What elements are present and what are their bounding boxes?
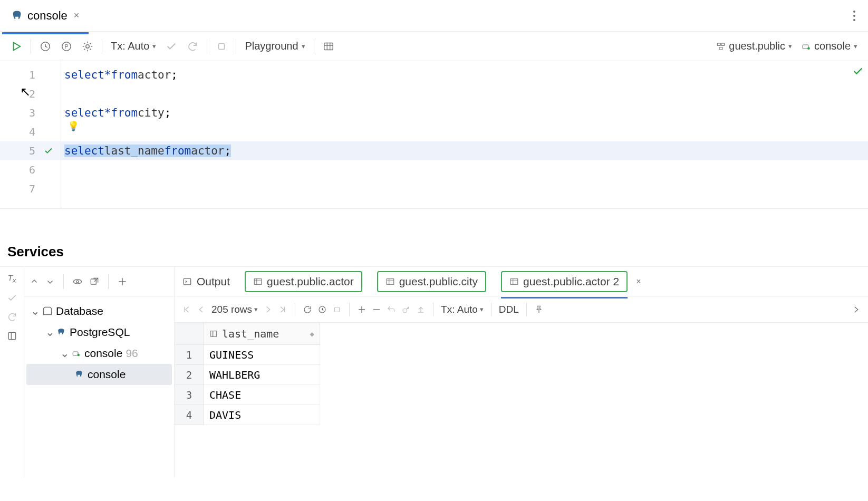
add-icon[interactable] [117,276,128,287]
editor-gutter: 1234567 [0,61,61,208]
check-icon[interactable] [7,293,17,303]
tree-node-database[interactable]: ⌄ Database [26,301,172,322]
close-result-tab-icon[interactable]: × [636,277,641,286]
refresh-icon[interactable] [303,305,312,314]
table-cell[interactable]: WAHLBERG [204,365,320,385]
editor-code[interactable]: 💡 select * from actor;select * from city… [61,61,868,208]
sql-toolbar: P Tx: Auto▾ Playground▾ guest.public▾ co… [0,32,868,61]
expand-right-icon[interactable] [851,305,861,314]
first-page-icon[interactable] [182,305,191,314]
code-line[interactable]: select * from city; [61,103,868,122]
result-table[interactable]: 1234 last_name ◆ GUINESSWAHLBERGCHASEDAV… [175,323,868,425]
result-tx-dropdown[interactable]: Tx: Auto ▾ [441,304,484,315]
inspection-ok-icon[interactable] [852,65,864,77]
ddl-button[interactable]: DDL [499,304,519,315]
prev-page-icon[interactable] [197,305,206,314]
code-line[interactable] [61,84,868,103]
services-tree[interactable]: ⌄ Database ⌄ PostgreSQL ⌄ console 96 con… [24,296,174,389]
svg-rect-22 [335,307,340,312]
code-line[interactable] [61,122,868,141]
code-line[interactable] [61,179,868,198]
run-icon[interactable] [7,37,25,55]
tx-label-icon: Tx [8,273,16,284]
services-result-panel: Output guest.public.actor guest.public.c… [175,267,868,477]
svg-rect-11 [8,332,15,339]
code-line[interactable]: select last_name from actor; [61,141,868,160]
tree-node-console-file[interactable]: console [26,364,172,385]
column-header-last-name[interactable]: last_name ◆ [204,323,320,345]
svg-rect-14 [91,279,96,284]
code-line[interactable] [61,160,868,179]
svg-rect-20 [510,278,518,284]
close-icon[interactable]: × [74,10,80,21]
settings-icon[interactable] [79,37,97,55]
svg-rect-9 [803,45,808,49]
row-number[interactable]: 3 [175,385,204,405]
result-tab-city[interactable]: guest.public.city [377,271,486,292]
svg-rect-5 [324,43,333,50]
editor-tab-title: console [27,9,67,23]
stop-icon[interactable] [213,37,230,55]
table-cell[interactable]: CHASE [204,385,320,405]
sql-editor[interactable]: 1234567 💡 select * from actor;select * f… [0,61,868,209]
row-number[interactable]: 4 [175,405,204,425]
sort-icon[interactable]: ◆ [310,330,314,338]
more-icon[interactable] [847,11,862,21]
table-view-icon[interactable] [320,37,337,55]
svg-rect-25 [213,331,217,336]
svg-rect-7 [721,43,725,46]
services-left-gutter: Tx [0,267,24,477]
pin-icon[interactable] [534,305,544,314]
rollback-icon[interactable] [184,37,201,55]
table-cell[interactable]: GUINESS [204,345,320,365]
gutter-line: 7 [0,179,61,198]
gutter-line: 5 [0,141,61,160]
schema-picker[interactable]: guest.public▾ [713,40,795,52]
output-tab[interactable]: Output [182,275,230,288]
revert-icon[interactable] [387,305,396,314]
lightbulb-icon[interactable]: 💡 [67,120,79,131]
row-number[interactable]: 1 [175,345,204,365]
commit-icon[interactable] [162,37,180,55]
tx-mode-dropdown[interactable]: Tx: Auto▾ [108,40,159,52]
line-ok-icon [44,146,53,156]
tree-node-session[interactable]: ⌄ console 96 [26,343,172,364]
explain-icon[interactable]: P [57,37,75,55]
row-number[interactable]: 2 [175,365,204,385]
table-corner [175,323,204,345]
gutter-line: 4 [0,122,61,141]
tree-node-postgresql[interactable]: ⌄ PostgreSQL [26,322,172,343]
svg-rect-18 [254,278,262,284]
editor-tab-console[interactable]: console × [6,5,84,27]
collapse-up-icon[interactable] [30,277,39,286]
rollback-small-icon[interactable] [7,312,17,322]
schedule-icon[interactable] [317,305,327,314]
submit-icon[interactable] [401,305,411,314]
show-icon[interactable] [72,276,83,287]
open-new-icon[interactable] [89,276,100,287]
last-page-icon[interactable] [278,305,287,314]
add-row-icon[interactable] [357,305,367,314]
svg-point-16 [78,354,80,357]
history-icon[interactable] [36,37,54,55]
expand-down-icon[interactable] [45,277,55,286]
services-panel: Tx ⌄ Database ⌄ PostgreSQL [0,266,868,477]
svg-point-10 [807,47,810,50]
playground-dropdown[interactable]: Playground▾ [242,40,308,52]
svg-rect-24 [211,331,213,336]
result-tab-actor[interactable]: guest.public.actor [245,271,362,292]
svg-rect-19 [387,278,394,284]
code-line[interactable]: select * from actor; [61,65,868,84]
result-tab-actor2[interactable]: guest.public.actor 2 [501,271,628,292]
next-page-icon[interactable] [263,305,273,314]
table-cell[interactable]: DAVIS [204,405,320,425]
result-tabs: Output guest.public.actor guest.public.c… [175,267,868,296]
row-count-dropdown[interactable]: 205 rows ▾ [211,304,258,315]
stop-small-icon[interactable] [332,305,342,314]
delete-row-icon[interactable] [372,305,381,314]
upload-icon[interactable] [416,305,426,314]
editor-tab-bar: console × [0,0,868,32]
session-picker[interactable]: console▾ [798,40,861,52]
layout-icon[interactable] [7,331,17,341]
svg-text:P: P [65,43,69,49]
